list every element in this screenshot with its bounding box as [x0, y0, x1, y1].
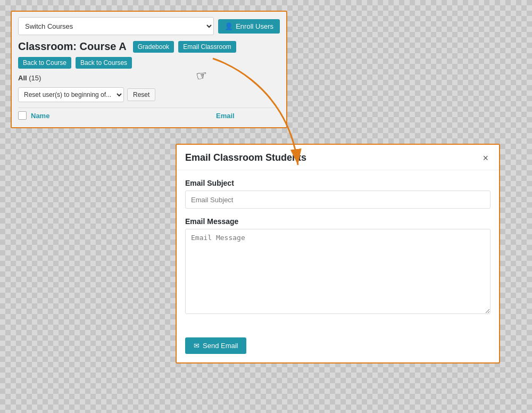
- classroom-header: Classroom: Course A Gradebook Email Clas…: [18, 40, 280, 69]
- modal-close-button[interactable]: ×: [480, 153, 491, 163]
- course-select[interactable]: Switch Courses: [18, 17, 214, 35]
- col-name-header[interactable]: Name: [31, 112, 212, 120]
- select-all-checkbox[interactable]: [18, 111, 27, 120]
- reset-select[interactable]: Reset user(s) to beginning of...: [18, 87, 124, 102]
- modal-body: Email Subject Email Message: [177, 170, 499, 333]
- col-email-header[interactable]: Email: [216, 112, 280, 120]
- reset-button[interactable]: Reset: [127, 88, 155, 101]
- modal-title: Email Classroom Students: [185, 152, 306, 163]
- filter-all-label: All (15): [18, 74, 41, 82]
- email-message-label: Email Message: [185, 217, 491, 226]
- top-panel: Switch Courses 👤 Enroll Users Classroom:…: [11, 11, 287, 128]
- classroom-title: Classroom: Course A: [18, 40, 127, 53]
- email-message-group: Email Message: [185, 217, 491, 316]
- back-to-course-button[interactable]: Back to Course: [18, 57, 71, 69]
- enroll-icon: 👤: [225, 22, 233, 30]
- send-email-button[interactable]: ✉ Send Email: [185, 337, 246, 354]
- gradebook-button[interactable]: Gradebook: [133, 41, 174, 53]
- email-modal: Email Classroom Students × Email Subject…: [176, 144, 500, 364]
- modal-header: Email Classroom Students ×: [177, 145, 499, 170]
- filter-row: All (15): [18, 74, 280, 82]
- email-message-textarea[interactable]: [185, 229, 491, 314]
- toolbar: Switch Courses 👤 Enroll Users: [18, 17, 280, 35]
- filter-controls: Reset user(s) to beginning of... Reset: [18, 87, 280, 102]
- email-classroom-button[interactable]: Email Classroom: [178, 41, 236, 53]
- enroll-users-button[interactable]: 👤 Enroll Users: [218, 19, 280, 34]
- email-subject-group: Email Subject: [185, 179, 491, 209]
- table-header: Name Email: [18, 108, 280, 120]
- modal-footer: ✉ Send Email: [177, 333, 499, 362]
- email-subject-label: Email Subject: [185, 179, 491, 187]
- send-icon: ✉: [194, 342, 200, 350]
- back-to-courses-button[interactable]: Back to Courses: [76, 57, 132, 69]
- email-subject-input[interactable]: [185, 191, 491, 209]
